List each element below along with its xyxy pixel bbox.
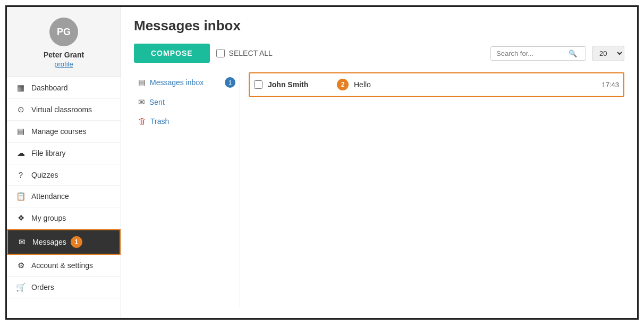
folder-list: ▤ Messages inbox 1 ✉ Sent 🗑 Trash (134, 72, 240, 307)
select-all-area[interactable]: SELECT ALL (216, 49, 273, 57)
folder-sent[interactable]: ✉ Sent (134, 93, 240, 112)
sidebar-item-label: Manage courses (31, 127, 87, 136)
sidebar-item-messages[interactable]: ✉ Messages 1 (7, 229, 121, 255)
orders-icon: 🛒 (15, 282, 26, 292)
content-area: ▤ Messages inbox 1 ✉ Sent 🗑 Trash John S… (134, 72, 624, 307)
sidebar-item-my-groups[interactable]: ❖ My groups (7, 207, 121, 229)
sidebar-item-label: Virtual classrooms (31, 105, 92, 114)
sidebar-item-file-library[interactable]: ☁ File library (7, 143, 121, 164)
table-row[interactable]: John Smith 2 Hello 17:43 (249, 72, 624, 97)
folder-sent-label: Sent (149, 98, 165, 106)
folder-inbox[interactable]: ▤ Messages inbox 1 (134, 72, 240, 93)
main-content: Messages inbox COMPOSE SELECT ALL 🔍 20 5… (121, 7, 637, 318)
sidebar-profile: PG Peter Grant profile (7, 7, 121, 77)
message-sender: John Smith (268, 80, 332, 89)
trash-icon: 🗑 (138, 116, 146, 126)
compose-button[interactable]: COMPOSE (134, 44, 210, 63)
sidebar-item-account-settings[interactable]: ⚙ Account & settings (7, 255, 121, 277)
inbox-icon: ▤ (138, 78, 146, 87)
sidebar-item-label: My groups (31, 214, 66, 222)
sidebar-item-label: Orders (31, 283, 54, 291)
sidebar-item-label: Dashboard (31, 84, 68, 92)
sidebar-item-attendance[interactable]: 📋 Attendance (7, 186, 121, 207)
sidebar-item-label: Quizzes (31, 171, 58, 179)
quizzes-icon: ? (15, 170, 26, 179)
avatar: PG (49, 18, 78, 46)
file-library-icon: ☁ (15, 148, 26, 158)
sidebar: PG Peter Grant profile ▦ Dashboard ⊙ Vir… (7, 7, 121, 318)
search-bar: 🔍 (490, 46, 586, 61)
sidebar-item-orders[interactable]: 🛒 Orders (7, 277, 121, 298)
my-groups-icon: ❖ (15, 213, 26, 223)
folder-inbox-label: Messages inbox (150, 78, 204, 87)
page-title: Messages inbox (134, 18, 624, 34)
dashboard-icon: ▦ (15, 83, 26, 93)
messages-icon: ✉ (16, 237, 27, 247)
manage-courses-icon: ▤ (15, 127, 26, 136)
sidebar-item-virtual-classrooms[interactable]: ⊙ Virtual classrooms (7, 99, 121, 121)
attendance-icon: 📋 (15, 191, 26, 201)
search-input[interactable] (496, 49, 565, 57)
sent-icon: ✉ (138, 97, 145, 107)
message-step-badge: 2 (337, 79, 349, 90)
message-time: 17:43 (601, 81, 619, 89)
select-all-checkbox[interactable] (216, 49, 225, 57)
account-settings-icon: ⚙ (15, 261, 26, 270)
folder-trash-label: Trash (150, 117, 169, 126)
select-all-label: SELECT ALL (229, 49, 273, 57)
sidebar-item-label: Messages (32, 238, 66, 246)
sidebar-item-manage-courses[interactable]: ▤ Manage courses (7, 121, 121, 143)
per-page-select[interactable]: 20 50 100 (592, 46, 624, 61)
message-subject: Hello (354, 80, 596, 89)
virtual-classrooms-icon: ⊙ (15, 105, 26, 114)
toolbar: COMPOSE SELECT ALL 🔍 20 50 100 (134, 44, 624, 63)
sidebar-nav: ▦ Dashboard ⊙ Virtual classrooms ▤ Manag… (7, 77, 121, 318)
sidebar-item-dashboard[interactable]: ▦ Dashboard (7, 77, 121, 99)
inbox-badge: 1 (225, 77, 235, 88)
search-icon: 🔍 (569, 49, 577, 57)
profile-name: Peter Grant (44, 51, 84, 59)
sidebar-item-label: File library (31, 149, 66, 157)
sidebar-item-label: Account & settings (31, 261, 93, 270)
folder-trash[interactable]: 🗑 Trash (134, 112, 240, 130)
message-list: John Smith 2 Hello 17:43 (240, 72, 624, 307)
message-checkbox[interactable] (254, 80, 262, 89)
sidebar-item-quizzes[interactable]: ? Quizzes (7, 164, 121, 186)
messages-step-badge: 1 (71, 236, 82, 248)
profile-link[interactable]: profile (54, 60, 73, 68)
sidebar-item-label: Attendance (31, 192, 69, 201)
